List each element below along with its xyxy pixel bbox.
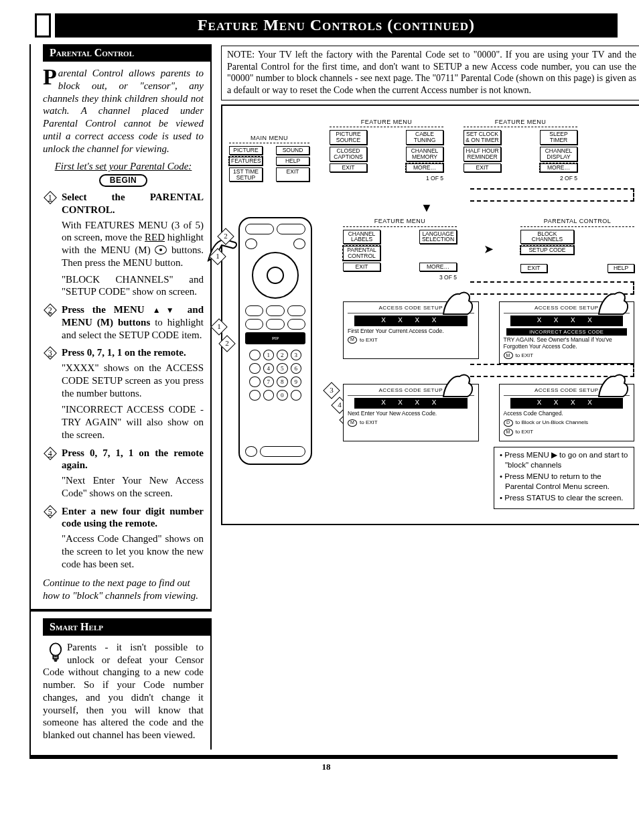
dropcap: P <box>43 67 57 88</box>
step1-head: Select the PARENTAL CONTROL. <box>62 192 204 215</box>
note-box: NOTE: Your TV left the factory with the … <box>221 46 639 100</box>
ac-exit: to EXIT <box>360 419 378 426</box>
step1-body: With FEATURES MENU (3 of 5) on screen, m… <box>62 219 204 269</box>
feature-menu-3-panel: FEATURE MENU CHANNEL LABELS LANGUAGE SEL… <box>343 217 457 281</box>
continue-text: Continue to the next page to find out ho… <box>43 577 204 602</box>
tip-item: Press MENU ▶ to go on and start to "bloc… <box>500 450 630 470</box>
menu-cell <box>419 246 457 261</box>
menu-cell: CABLE TUNING <box>406 130 443 145</box>
step-2: 2 Press the MENU ▲▼ and MENU (M) buttons… <box>43 303 204 341</box>
remote-power-button <box>245 446 257 457</box>
remote-digit: 4 <box>263 363 275 374</box>
remote-dpad-icon <box>252 252 299 299</box>
step3-after: "INCORRECT ACCESS CODE - TRY AGAIN" will… <box>62 403 204 441</box>
remote-pip-bar: PIP <box>245 332 305 344</box>
page-title: Feature Menu Controls (continued) <box>55 13 618 38</box>
lightbulb-icon <box>48 642 63 665</box>
remote-mode-bar <box>260 446 305 457</box>
step3-head: Press 0, 7, 1, 1 on the remote. <box>62 347 186 358</box>
remote-digit: 6 <box>291 363 302 374</box>
tip-item: Press STATUS to clear the screen. <box>500 493 630 502</box>
remote-digit <box>249 350 261 360</box>
diagram-frame: MAIN MENU PICTURE SOUND FEATURES HELP 1S… <box>221 104 639 525</box>
remote-digit: 8 <box>277 376 288 387</box>
remote-digit: 1 <box>263 350 275 360</box>
step4-head: Press 0, 7, 1, 1 on the remote again. <box>62 447 204 471</box>
step-1: 1 Select the PARENTAL CONTROL. With FEAT… <box>43 191 204 298</box>
access-screen-1: ACCESS CODE SETUP X X X X First Enter Yo… <box>343 301 479 359</box>
step1-after: "BLOCK CHANNELS" and "SETUP CODE" show o… <box>62 273 204 299</box>
remote-digit <box>249 390 261 401</box>
right-column: NOTE: Your TV left the factory with the … <box>221 44 639 525</box>
smart-help-block: Parents - it isn't possible to unlock or… <box>31 636 212 750</box>
remote-body: PIP 1 2 3 4 5 6 7 8 9 <box>238 217 312 465</box>
access-screen-3: ACCESS CODE SETUP X X X X Next Enter You… <box>343 384 479 441</box>
ac-exit: to EXIT <box>516 352 534 359</box>
ac-msg: Access Code Changed. <box>504 411 630 417</box>
tip-item: Press MENU to return to the Parental Con… <box>500 472 630 491</box>
step-number-icon: 3 <box>40 343 60 363</box>
menu-cell: LANGUAGE SELECTION <box>419 230 457 244</box>
remote-button <box>293 238 305 249</box>
left-column: Parental Control Parental Control allows… <box>31 44 212 750</box>
ac-code: X X X X <box>354 398 468 409</box>
m-button-icon: M <box>504 352 513 359</box>
menu-cell: HELP <box>276 157 309 165</box>
begin-badge: BEGIN <box>99 174 147 187</box>
parental-block: Parental Control allows parents to block… <box>31 62 212 612</box>
smart-help-header: Smart Help <box>43 618 212 636</box>
step4-body: "Next Enter Your New Access Code" shows … <box>62 474 204 500</box>
panel-title: PARENTAL CONTROL <box>520 217 634 226</box>
warlock-icon <box>597 371 631 398</box>
panel-foot: 1 OF 5 <box>426 175 443 182</box>
menu-cell: 1ST TIME SETUP <box>229 167 263 182</box>
menu-cell: CHANNEL LABELS <box>343 230 380 244</box>
step5-body: "Access Code Changed" shows on the scree… <box>62 533 204 570</box>
d-button-icon: D <box>504 419 513 427</box>
menu-cell: FEATURES <box>229 157 263 165</box>
first-lets: First let's set your Parental Code: <box>55 161 192 171</box>
remote-digit <box>249 363 261 374</box>
remote-digit <box>263 390 275 401</box>
m-button-icon: M <box>348 419 357 427</box>
main-menu-panel: MAIN MENU PICTURE SOUND FEATURES HELP 1S… <box>229 134 309 182</box>
page-body: Parental Control Parental Control allows… <box>29 44 618 759</box>
arrow-right-icon: ➤ <box>484 242 494 257</box>
panel-foot: 3 OF 5 <box>439 274 457 281</box>
smart-help-text: Parents - it isn't possible to unlock or… <box>43 641 204 742</box>
screens-row-a: ACCESS CODE SETUP X X X X First Enter Yo… <box>343 301 634 364</box>
menu-cell: CHANNEL MEMORY <box>406 147 443 161</box>
parental-header: Parental Control <box>43 44 212 62</box>
remote-button <box>245 224 274 234</box>
m-button-icon: M <box>348 336 357 344</box>
remote-button <box>287 319 305 330</box>
remote-callout-3: 3 <box>323 382 340 399</box>
menu-cell: EXIT <box>343 263 380 271</box>
step-3: 3 Press 0, 7, 1, 1 on the remote. "XXXX"… <box>43 346 204 441</box>
step-number-icon: 2 <box>40 300 60 320</box>
dashed-connector-icon <box>470 188 634 202</box>
menu-cell: SETUP CODE <box>520 246 574 255</box>
ac-msg: Next Enter Your New Access Code. <box>348 411 474 417</box>
feature-menu-1-panel: FEATURE MENU PICTURE SOURCE CABLE TUNING… <box>330 118 443 182</box>
panel-foot: 2 OF 5 <box>560 175 577 182</box>
remote-digit: 2 <box>277 350 288 360</box>
remote-digit: 0 <box>277 390 288 401</box>
menu-cell: BLOCK CHANNELS <box>520 230 574 244</box>
remote-digit: 5 <box>277 363 288 374</box>
ac-code: X X X X <box>354 316 468 326</box>
menu-cell: EXIT <box>330 163 367 172</box>
warlock-icon <box>597 289 631 316</box>
remote-digit: 7 <box>263 376 275 387</box>
remote-button <box>287 305 305 316</box>
page-number: 18 <box>35 762 618 772</box>
menu-cell: MORE… <box>419 263 457 271</box>
panel-title: MAIN MENU <box>229 134 309 143</box>
ac-msg: TRY AGAIN. See Owner's Manual if You've … <box>504 337 630 350</box>
warlock-icon <box>442 289 476 316</box>
title-bar: Feature Menu Controls (continued) <box>35 13 618 38</box>
step3-body: "XXXX" shows on the ACCESS CODE SETUP sc… <box>62 362 204 399</box>
remote-button <box>266 319 284 330</box>
panel-title: FEATURE MENU <box>330 118 443 127</box>
menu-cell: HELP <box>608 264 634 273</box>
